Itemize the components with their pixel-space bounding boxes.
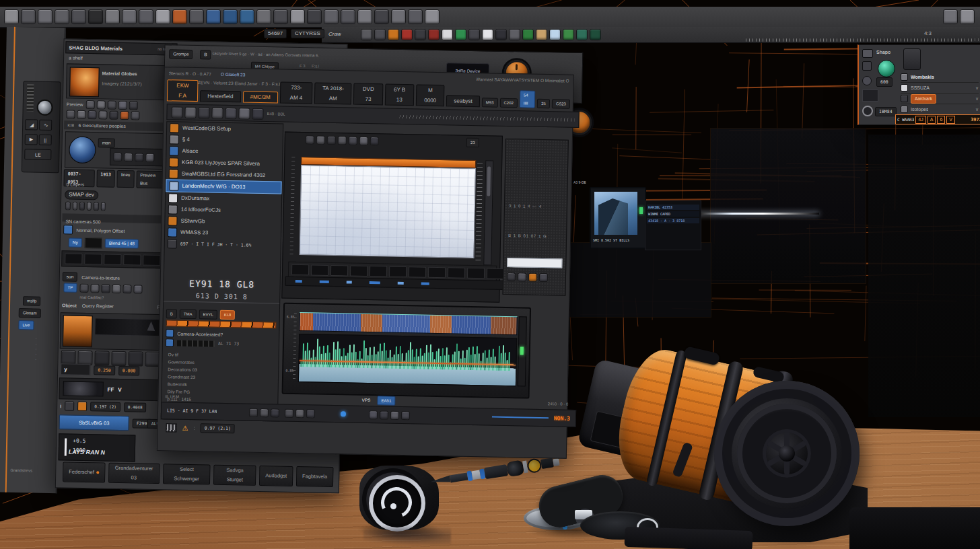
sphere-thumbnail[interactable] (69, 136, 96, 163)
bottom-tab-3[interactable]: Select Schwenger (163, 464, 211, 484)
blend-chip[interactable]: Blend 45 | 48 (105, 239, 139, 249)
crop-icon[interactable] (86, 202, 92, 211)
grid-b-icon[interactable] (238, 108, 250, 119)
grid-icon[interactable] (341, 9, 355, 24)
cam-icon[interactable] (370, 137, 379, 145)
frame-tool-icon[interactable] (133, 285, 142, 293)
window-icon[interactable] (960, 9, 975, 24)
mini-search-input[interactable] (507, 258, 562, 268)
rp-list-item-selected[interactable]: Aardvark ∨ (901, 94, 979, 104)
smap-dev-button[interactable]: SMAP dev (65, 190, 98, 200)
curve-icon[interactable] (65, 401, 74, 410)
bottom-tab-4[interactable]: Sadvga Sturget (213, 465, 256, 486)
chevron-down-icon[interactable]: ∨ (975, 107, 979, 112)
menu-left[interactable]: Stenxcs R · O · 0.A77 (169, 71, 211, 76)
grompe-menu[interactable]: Grompe (169, 49, 193, 59)
tab-dvd73[interactable]: DVD 73 (353, 83, 383, 106)
marker-c-icon[interactable] (306, 409, 315, 418)
new-doc-icon[interactable] (38, 9, 53, 24)
send-icon[interactable] (155, 9, 170, 24)
canvas-scroll-thumb[interactable] (487, 166, 491, 196)
chevron-up-icon[interactable] (171, 106, 182, 118)
forest-dark-icon[interactable] (590, 29, 601, 40)
doc-dark-icon[interactable] (307, 9, 322, 24)
anchor-icon[interactable] (211, 107, 223, 118)
pin-icon[interactable] (225, 107, 236, 118)
bottom-tab-1[interactable]: Federschef (63, 462, 105, 482)
bottom-tab-5[interactable]: Audadgst (259, 466, 293, 486)
orange-row-button[interactable]: EVYL (199, 309, 217, 320)
fx-orange-icon[interactable] (528, 273, 537, 282)
swatch-icon[interactable] (357, 9, 372, 24)
slice-icon[interactable] (94, 202, 99, 211)
tp-chip[interactable]: TP (63, 283, 77, 292)
rp-list-item[interactable]: SSSUZA ∨ (901, 83, 979, 94)
brush-icon[interactable] (108, 101, 116, 110)
tab-ekw[interactable]: EKW F.A (167, 79, 199, 102)
check-row-1[interactable]: Camera-Accelerated? (166, 329, 223, 338)
swatch-a-icon[interactable] (86, 100, 95, 109)
rp-circle-icon[interactable] (862, 76, 872, 85)
check-row-2[interactable]: AL 71 73 (166, 338, 240, 348)
cursor-icon[interactable] (21, 9, 36, 24)
globe-icon[interactable] (189, 9, 204, 24)
canvas-white-area[interactable] (300, 165, 477, 258)
blend-icon[interactable] (507, 272, 516, 281)
eraser-icon[interactable] (273, 9, 288, 24)
dock-le-button[interactable]: LE (24, 149, 51, 160)
transport-blue-dot[interactable] (341, 411, 346, 416)
wand-icon[interactable] (101, 284, 110, 293)
menu-mid[interactable]: O Glasoft 23 (221, 72, 246, 77)
normal-item[interactable]: Normal, Polygon Offset (63, 224, 166, 237)
noise-blue-1-icon[interactable] (206, 9, 221, 24)
tab-733am[interactable]: 733-AM 4 (280, 81, 313, 104)
v-label[interactable]: V (118, 386, 122, 392)
target-icon[interactable] (129, 101, 138, 110)
material-block[interactable]: Material Globes Imagery (2121/3/7) (66, 63, 170, 100)
pen-2-icon[interactable] (98, 110, 107, 119)
loop-icon[interactable] (249, 408, 258, 416)
gear-icon[interactable] (401, 411, 410, 420)
tab-mc3m[interactable]: #MC/3M (242, 91, 278, 103)
mirror-icon[interactable] (77, 110, 85, 119)
rp-key-button[interactable] (903, 48, 921, 70)
panel-b-icon[interactable] (327, 136, 336, 145)
pin-icon[interactable] (349, 136, 357, 145)
clip-thumbnail[interactable] (63, 315, 93, 347)
panel-a-icon[interactable] (316, 136, 325, 145)
stamp-icon[interactable] (256, 9, 271, 24)
prev-icon[interactable] (260, 408, 269, 416)
media-thumb[interactable] (63, 381, 103, 396)
panel-b-icon[interactable] (198, 107, 209, 118)
waveform-area[interactable] (298, 334, 517, 386)
layers-icon[interactable] (324, 9, 339, 24)
arrow-dark-icon[interactable] (374, 9, 389, 24)
dock-wave-button[interactable]: ∿ (39, 120, 52, 131)
save-icon[interactable] (71, 9, 86, 24)
drop-orange-icon[interactable] (120, 111, 129, 120)
anchor-icon[interactable] (338, 136, 347, 145)
dock-chip-2[interactable]: Glosam (19, 308, 41, 318)
layout-1-icon[interactable] (105, 9, 120, 24)
pencil-icon[interactable] (118, 101, 127, 110)
value-b[interactable]: 0.000 (118, 365, 140, 375)
crop-icon[interactable] (112, 284, 120, 293)
noise-blue-2-icon[interactable] (223, 9, 238, 24)
blend-thumb[interactable] (85, 237, 102, 248)
cam-icon[interactable] (252, 108, 263, 119)
dist-2-icon[interactable] (128, 351, 143, 366)
checkbox-icon[interactable] (166, 338, 174, 346)
align-c-icon[interactable] (77, 351, 92, 365)
b-menu[interactable]: B (200, 50, 211, 59)
wrap-icon[interactable] (66, 110, 75, 118)
tab-6yb13[interactable]: 6Y B 13 (384, 83, 414, 106)
chevron-up-icon[interactable] (306, 135, 314, 144)
dock-knob[interactable] (36, 100, 53, 116)
rp-list-item[interactable]: Wombakis (901, 72, 979, 83)
chevron-down-icon[interactable]: ∨ (975, 85, 979, 91)
dist-1-icon[interactable] (111, 351, 126, 366)
rotate-icon[interactable] (88, 110, 96, 119)
ny-chip[interactable]: Ny (69, 237, 82, 247)
rp-teal-sphere[interactable] (878, 60, 895, 77)
folder-orange-icon[interactable] (77, 402, 87, 411)
